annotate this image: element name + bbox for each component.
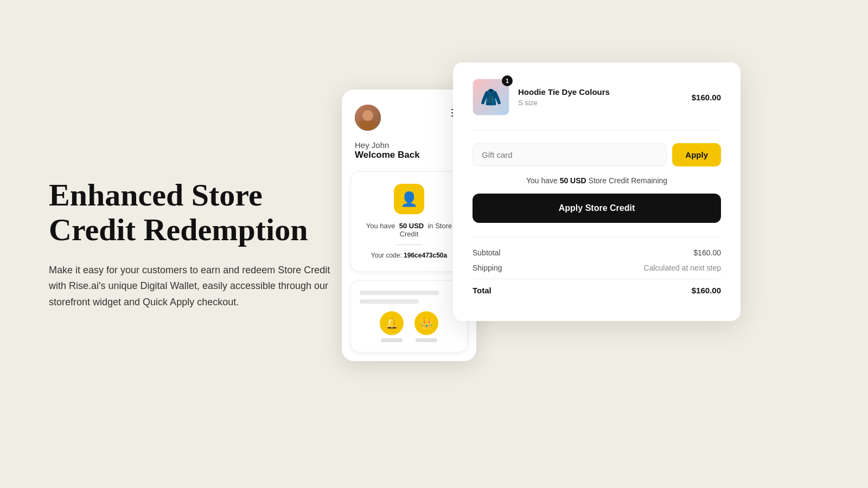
wallet-icon-wrap: 👤: [394, 184, 424, 214]
greeting-prefix: Hey John: [355, 140, 463, 150]
crown-icon-badge: 👑: [414, 311, 438, 335]
bell-icon-badge: 🔔: [380, 311, 404, 335]
product-row: 🧥 1 Hoodie Tie Dye Colours S size $160.0…: [473, 79, 721, 130]
store-credit-prefix: You have: [526, 176, 558, 185]
store-credit-suffix: Store Credit Remaining: [589, 176, 668, 185]
store-credit-info: You have 50 USD Store Credit Remaining: [473, 176, 721, 185]
icon-row: 🔔 👑: [360, 311, 458, 342]
shipping-value: Calculated at next step: [644, 264, 721, 272]
code-value: 196ce473c50a: [404, 252, 447, 259]
product-image-wrap: 🧥 1: [473, 79, 509, 115]
checkout-card: 🧥 1 Hoodie Tie Dye Colours S size $160.0…: [453, 62, 741, 321]
wallet-icon: 👤: [400, 191, 418, 208]
code-line: Your code: 196ce473c50a: [360, 252, 458, 259]
product-name: Hoodie Tie Dye Colours: [518, 87, 683, 97]
credit-prefix: You have: [366, 222, 395, 230]
credit-box: 👤 You have 50 USD in Store Credit Your c…: [350, 171, 468, 272]
notification-icon-group: 🔔: [380, 311, 404, 342]
shipping-label: Shipping: [473, 264, 502, 272]
subtotal-row: Subtotal $160.00: [473, 248, 721, 257]
divider: [395, 245, 423, 245]
apply-store-credit-button[interactable]: Apply Store Credit: [473, 194, 721, 223]
total-label: Total: [473, 286, 492, 295]
product-badge: 1: [502, 75, 513, 86]
product-price: $160.00: [692, 93, 721, 102]
total-value: $160.00: [692, 286, 721, 295]
gift-card-input[interactable]: [473, 143, 667, 166]
greeting-main: Welcome Back: [355, 150, 463, 160]
crown-icon-group: 👑: [414, 311, 438, 342]
description-text: Make it easy for your customers to earn …: [49, 262, 331, 310]
shipping-row: Shipping Calculated at next step: [473, 264, 721, 272]
apply-button[interactable]: Apply: [672, 143, 721, 166]
avatar: [355, 105, 381, 131]
total-row: Total $160.00: [473, 286, 721, 295]
code-prefix: Your code:: [371, 252, 402, 259]
icon-label-2: [416, 338, 437, 342]
skeleton-line-1: [360, 291, 439, 295]
icon-label-1: [381, 338, 403, 342]
main-heading: Enhanced Store Credit Redemption: [49, 178, 331, 247]
skeleton-line-2: [360, 299, 419, 304]
left-section: Enhanced Store Credit Redemption Make it…: [49, 178, 331, 311]
totals-divider: [473, 279, 721, 279]
product-size: S size: [518, 99, 683, 107]
store-credit-amount: 50 USD: [560, 176, 586, 185]
subtotal-value: $160.00: [693, 248, 721, 257]
credit-amount: 50 USD: [399, 222, 424, 230]
product-info: Hoodie Tie Dye Colours S size: [518, 87, 683, 107]
gift-card-row: Apply: [473, 143, 721, 166]
subtotal-label: Subtotal: [473, 248, 500, 257]
bottom-section: 🔔 👑: [350, 280, 468, 352]
credit-text: You have 50 USD in Store Credit: [360, 222, 458, 238]
avatar-face: [355, 105, 381, 131]
totals-section: Subtotal $160.00 Shipping Calculated at …: [473, 237, 721, 295]
